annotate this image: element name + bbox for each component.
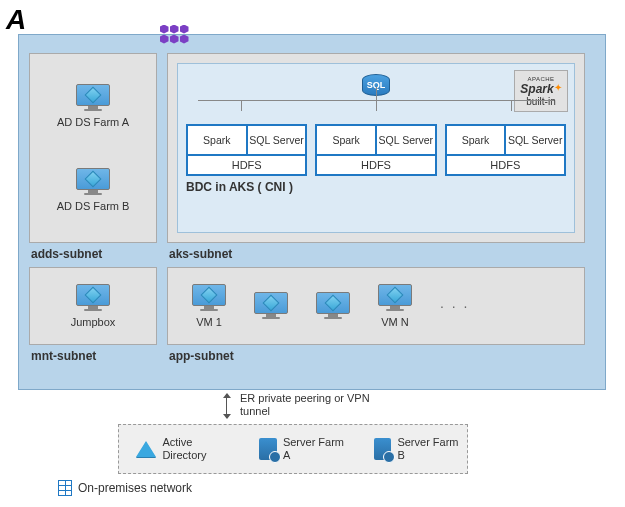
node-sqlserver-label: SQL Server	[506, 126, 564, 154]
vm-label: AD DS Farm B	[57, 200, 130, 212]
on-premises-caption-text: On-premises network	[78, 481, 192, 495]
aks-subnet-box: APACHE Spark✦ built-in SQL	[167, 53, 585, 243]
bdc-caption: BDC in AKS ( CNI )	[186, 180, 566, 194]
vm-jumpbox: Jumpbox	[71, 284, 116, 328]
vm-ad-ds-farm-a: AD DS Farm A	[57, 84, 129, 128]
vm-label: AD DS Farm A	[57, 116, 129, 128]
bdc-topology-lines	[198, 100, 554, 122]
vm-ad-ds-farm-b: AD DS Farm B	[57, 168, 130, 212]
on-premises-box: Active Directory Server Farm A Server Fa…	[118, 424, 468, 474]
building-icon	[58, 480, 72, 496]
node-spark-label: Spark	[188, 126, 248, 154]
server-icon	[374, 438, 392, 460]
adds-subnet-label: adds-subnet	[29, 243, 157, 263]
onprem-item-label: Active Directory	[162, 436, 237, 461]
vm-icon	[316, 292, 350, 320]
app-subnet-box: VM 1 VM N · · ·	[167, 267, 585, 345]
vm-app-first: VM 1	[192, 284, 226, 328]
onprem-item-label: Server Farm A	[283, 436, 352, 461]
node-spark-label: Spark	[447, 126, 507, 154]
vm-icon	[76, 168, 110, 196]
adds-subnet-box: AD DS Farm A AD DS Farm B	[29, 53, 157, 243]
node-hdfs-label: HDFS	[188, 154, 305, 174]
active-directory-icon	[135, 438, 156, 460]
vm-app-last: VM N	[378, 284, 412, 328]
app-subnet-label: app-subnet	[167, 345, 585, 365]
virtual-network-region: AD DS Farm A AD DS Farm B adds-subnet AP…	[18, 34, 606, 390]
hybrid-connection-label: ER private peering or VPN tunnel	[240, 392, 380, 418]
node-sqlserver-label: SQL Server	[248, 126, 306, 154]
node-sqlserver-label: SQL Server	[377, 126, 435, 154]
spark-logo-text: Spark	[520, 82, 553, 96]
bdc-panel: APACHE Spark✦ built-in SQL	[177, 63, 575, 233]
mnt-subnet-label: mnt-subnet	[29, 345, 157, 365]
vm-icon	[378, 284, 412, 312]
vm-icon	[254, 292, 288, 320]
vm-label: VM N	[381, 316, 409, 328]
azure-logo: A	[6, 4, 26, 36]
on-premises-caption: On-premises network	[58, 480, 192, 496]
vm-label: Jumpbox	[71, 316, 116, 328]
onprem-item-label: Server Farm B	[397, 436, 467, 461]
bdc-node: Spark SQL Server HDFS	[445, 124, 566, 176]
onprem-server-farm-b: Server Farm B	[374, 436, 467, 461]
vm-icon	[192, 284, 226, 312]
server-icon	[259, 438, 277, 460]
onprem-active-directory: Active Directory	[135, 436, 237, 461]
node-spark-label: Spark	[317, 126, 377, 154]
node-hdfs-label: HDFS	[447, 154, 564, 174]
node-hdfs-label: HDFS	[317, 154, 434, 174]
ellipsis-icon: · · ·	[440, 298, 469, 314]
bdc-node: Spark SQL Server HDFS	[186, 124, 307, 176]
aks-subnet-label: aks-subnet	[167, 243, 585, 263]
vm-label: VM 1	[196, 316, 222, 328]
bdc-nodes-row: Spark SQL Server HDFS Spark SQL Server H…	[186, 124, 566, 176]
hybrid-connection-arrow	[218, 392, 234, 420]
mnt-subnet-box: Jumpbox	[29, 267, 157, 345]
spark-star-icon: ✦	[554, 82, 562, 93]
vm-icon	[76, 284, 110, 312]
bdc-node: Spark SQL Server HDFS	[315, 124, 436, 176]
vm-icon	[76, 84, 110, 112]
onprem-server-farm-a: Server Farm A	[259, 436, 352, 461]
kubernetes-icon	[157, 19, 191, 49]
